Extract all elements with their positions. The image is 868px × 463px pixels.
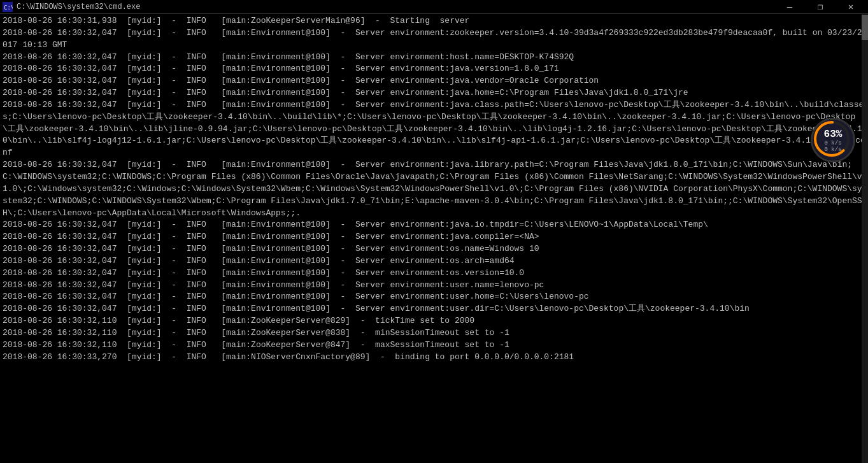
maximize-button[interactable]: ❐ — [806, 0, 835, 14]
performance-overlay: 63% 0 k/s 0 k/s — [811, 118, 855, 162]
close-button[interactable]: ✕ — [836, 0, 865, 14]
title-bar-buttons: — ❐ ✕ — [775, 0, 865, 14]
scrollbar[interactable] — [862, 15, 868, 463]
perf-label2: 0 k/s — [824, 146, 841, 153]
minimize-button[interactable]: — — [775, 0, 804, 14]
console-output: 2018-08-26 16:30:31,938 [myid:] - INFO [… — [0, 14, 868, 462]
perf-label1: 0 k/s — [824, 140, 841, 146]
svg-text:C:\: C:\ — [4, 4, 13, 11]
perf-percent: 63% — [824, 129, 843, 140]
title-bar: C:\ C:\WINDOWS\system32\cmd.exe — ❐ ✕ — [0, 0, 868, 14]
title-bar-title: C:\WINDOWS\system32\cmd.exe — [17, 3, 775, 11]
scrollbar-thumb[interactable] — [862, 15, 868, 40]
cmd-icon: C:\ — [3, 2, 13, 12]
